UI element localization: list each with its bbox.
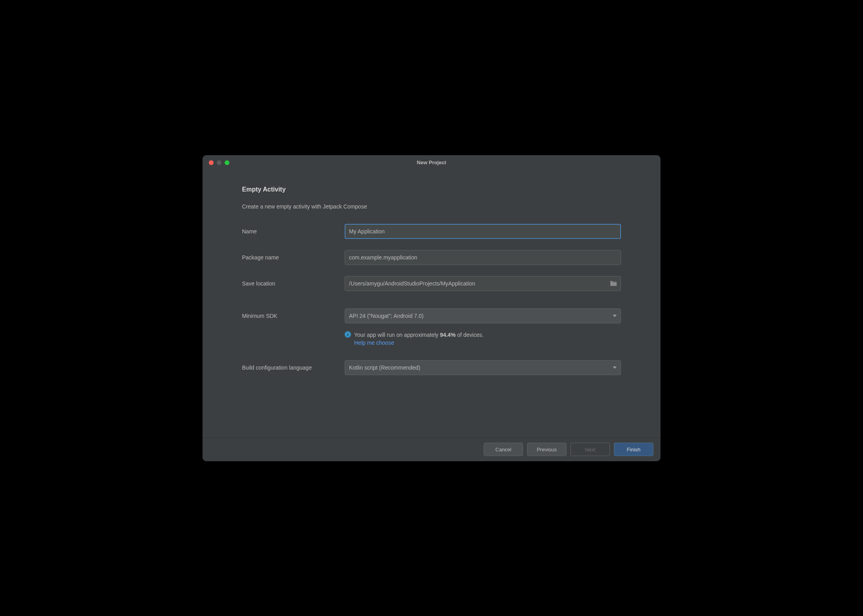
cancel-button[interactable]: Cancel xyxy=(484,443,523,456)
folder-icon[interactable] xyxy=(610,281,617,286)
minimum-sdk-value: API 24 ("Nougat"; Android 7.0) xyxy=(349,313,424,319)
info-icon: i xyxy=(345,331,351,338)
sdk-row: Minimum SDK API 24 ("Nougat"; Android 7.… xyxy=(242,308,621,323)
package-label: Package name xyxy=(242,254,345,261)
name-input[interactable] xyxy=(345,224,621,239)
minimum-sdk-select[interactable]: API 24 ("Nougat"; Android 7.0) xyxy=(345,308,621,323)
new-project-dialog: New Project Empty Activity Create a new … xyxy=(203,155,660,461)
location-label: Save location xyxy=(242,280,345,287)
name-label: Name xyxy=(242,228,345,235)
help-me-choose-link[interactable]: Help me choose xyxy=(354,340,484,346)
buildlang-label: Build configuration language xyxy=(242,364,345,371)
chevron-down-icon xyxy=(613,315,617,317)
dialog-content: Empty Activity Create a new empty activi… xyxy=(203,170,660,438)
minimize-icon xyxy=(217,160,221,165)
sdk-label: Minimum SDK xyxy=(242,313,345,319)
close-icon[interactable] xyxy=(209,160,214,165)
sdk-coverage-text: Your app will run on approximately 94.4%… xyxy=(354,331,484,340)
previous-button[interactable]: Previous xyxy=(527,443,567,456)
page-title: Empty Activity xyxy=(242,186,621,193)
save-location-input[interactable] xyxy=(345,276,621,291)
page-subtitle: Create a new empty activity with Jetpack… xyxy=(242,203,621,210)
build-language-select[interactable]: Kotlin script (Recommended) xyxy=(345,360,621,375)
next-button: Next xyxy=(570,443,610,456)
window-controls xyxy=(203,160,229,165)
titlebar: New Project xyxy=(203,155,660,170)
name-row: Name xyxy=(242,224,621,239)
window-title: New Project xyxy=(203,160,660,165)
package-name-input[interactable] xyxy=(345,250,621,265)
location-row: Save location xyxy=(242,276,621,291)
package-row: Package name xyxy=(242,250,621,265)
sdk-info-row: i Your app will run on approximately 94.… xyxy=(242,331,621,346)
chevron-down-icon xyxy=(613,366,617,369)
maximize-icon[interactable] xyxy=(225,160,229,165)
build-language-value: Kotlin script (Recommended) xyxy=(349,364,420,371)
dialog-footer: Cancel Previous Next Finish xyxy=(203,438,660,461)
buildlang-row: Build configuration language Kotlin scri… xyxy=(242,360,621,375)
finish-button[interactable]: Finish xyxy=(614,443,653,456)
